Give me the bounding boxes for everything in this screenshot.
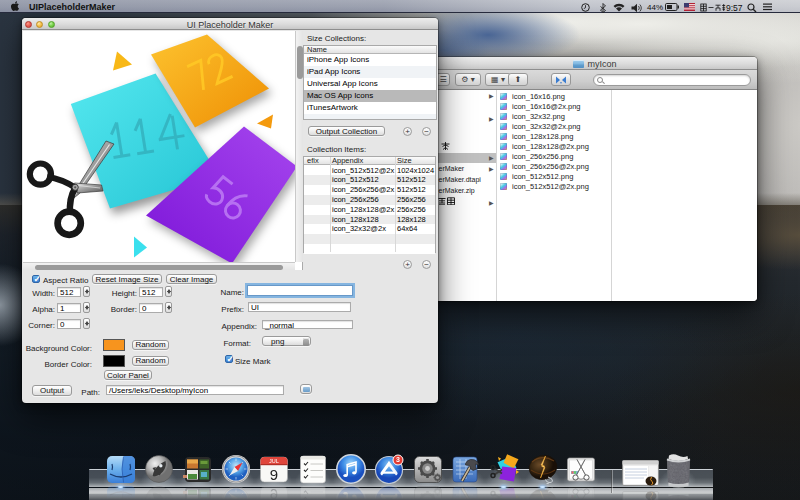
svg-text:9: 9 (270, 466, 278, 483)
svg-text:JUL: JUL (269, 458, 279, 464)
svg-text:3: 3 (396, 456, 400, 463)
